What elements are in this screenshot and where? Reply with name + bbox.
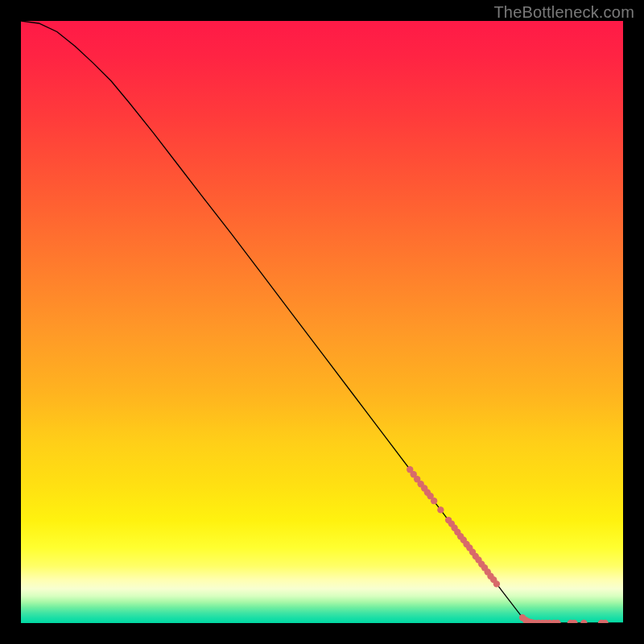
watermark-label: TheBottleneck.com <box>493 3 634 22</box>
chart-dots <box>407 466 609 623</box>
chart-dot <box>580 620 587 623</box>
chart-stage: TheBottleneck.com <box>0 0 644 644</box>
chart-dot <box>437 506 444 513</box>
plot-area <box>21 21 623 623</box>
chart-dot <box>431 497 437 504</box>
chart-overlay <box>21 21 623 623</box>
chart-dot <box>493 580 500 587</box>
chart-curve <box>21 21 623 623</box>
